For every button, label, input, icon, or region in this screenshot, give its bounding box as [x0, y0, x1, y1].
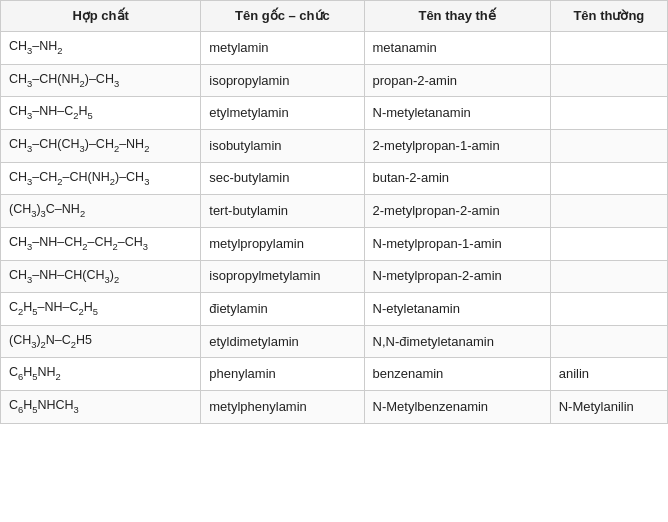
cell-compound: CH3–NH2 — [1, 32, 201, 65]
table-row: CH3–NH2metylaminmetanamin — [1, 32, 668, 65]
cell-goc-chuc: tert-butylamin — [201, 195, 364, 228]
cell-compound: (CH3)3C–NH2 — [1, 195, 201, 228]
table-row: CH3–CH2–CH(NH2)–CH3sec-butylaminbutan-2-… — [1, 162, 668, 195]
cell-goc-chuc: phenylamin — [201, 358, 364, 391]
cell-thay-the: N-metylpropan-1-amin — [364, 227, 550, 260]
amine-table: Hợp chất Tên gốc – chức Tên thay thế Tên… — [0, 0, 668, 424]
cell-goc-chuc: đietylamin — [201, 293, 364, 326]
table-header-row: Hợp chất Tên gốc – chức Tên thay thế Tên… — [1, 1, 668, 32]
cell-thay-the: propan-2-amin — [364, 64, 550, 97]
table-row: CH3–NH–CH(CH3)2isopropylmetylaminN-metyl… — [1, 260, 668, 293]
table-row: C2H5–NH–C2H5đietylaminN-etyletanamin — [1, 293, 668, 326]
cell-thuong — [550, 162, 667, 195]
cell-goc-chuc: etylmetylamin — [201, 97, 364, 130]
cell-thay-the: N,N-đimetyletanamin — [364, 325, 550, 358]
cell-thuong — [550, 32, 667, 65]
cell-goc-chuc: metylphenylamin — [201, 391, 364, 424]
cell-thuong — [550, 325, 667, 358]
cell-thay-the: 2-metylpropan-1-amin — [364, 130, 550, 163]
col-header-thay-the: Tên thay thế — [364, 1, 550, 32]
cell-thay-the: 2-metylpropan-2-amin — [364, 195, 550, 228]
cell-thuong — [550, 64, 667, 97]
cell-goc-chuc: isobutylamin — [201, 130, 364, 163]
cell-thay-the: N-etyletanamin — [364, 293, 550, 326]
cell-compound: CH3–NH–CH2–CH2–CH3 — [1, 227, 201, 260]
cell-goc-chuc: metylamin — [201, 32, 364, 65]
table-row: C6H5NHCH3metylphenylaminN-Metylbenzenami… — [1, 391, 668, 424]
cell-thay-the: metanamin — [364, 32, 550, 65]
table-row: (CH3)2N–C2H5etyldimetylaminN,N-đimetylet… — [1, 325, 668, 358]
cell-goc-chuc: etyldimetylamin — [201, 325, 364, 358]
cell-compound: CH3–NH–CH(CH3)2 — [1, 260, 201, 293]
cell-thay-the: N-metyletanamin — [364, 97, 550, 130]
cell-thay-the: benzenamin — [364, 358, 550, 391]
cell-compound: C2H5–NH–C2H5 — [1, 293, 201, 326]
cell-compound: C6H5NHCH3 — [1, 391, 201, 424]
cell-compound: CH3–CH(NH2)–CH3 — [1, 64, 201, 97]
table-row: CH3–NH–CH2–CH2–CH3metylpropylaminN-metyl… — [1, 227, 668, 260]
cell-goc-chuc: metylpropylamin — [201, 227, 364, 260]
cell-compound: CH3–CH(CH3)–CH2–NH2 — [1, 130, 201, 163]
cell-compound: CH3–NH–C2H5 — [1, 97, 201, 130]
col-header-goc-chuc: Tên gốc – chức — [201, 1, 364, 32]
cell-thay-the: N-metylpropan-2-amin — [364, 260, 550, 293]
cell-compound: CH3–CH2–CH(NH2)–CH3 — [1, 162, 201, 195]
table-row: C6H5NH2phenylaminbenzenaminanilin — [1, 358, 668, 391]
cell-thuong — [550, 195, 667, 228]
cell-thuong — [550, 227, 667, 260]
cell-thuong — [550, 130, 667, 163]
table-row: CH3–CH(NH2)–CH3isopropylaminpropan-2-ami… — [1, 64, 668, 97]
cell-compound: C6H5NH2 — [1, 358, 201, 391]
col-header-thuong: Tên thường — [550, 1, 667, 32]
cell-goc-chuc: sec-butylamin — [201, 162, 364, 195]
cell-goc-chuc: isopropylmetylamin — [201, 260, 364, 293]
cell-thay-the: N-Metylbenzenamin — [364, 391, 550, 424]
cell-thuong — [550, 97, 667, 130]
cell-compound: (CH3)2N–C2H5 — [1, 325, 201, 358]
cell-thuong: N-Metylanilin — [550, 391, 667, 424]
table-row: CH3–CH(CH3)–CH2–NH2isobutylamin2-metylpr… — [1, 130, 668, 163]
col-header-compound: Hợp chất — [1, 1, 201, 32]
cell-thuong — [550, 293, 667, 326]
table-row: (CH3)3C–NH2tert-butylamin2-metylpropan-2… — [1, 195, 668, 228]
table-row: CH3–NH–C2H5etylmetylaminN-metyletanamin — [1, 97, 668, 130]
cell-goc-chuc: isopropylamin — [201, 64, 364, 97]
cell-thuong — [550, 260, 667, 293]
cell-thuong: anilin — [550, 358, 667, 391]
cell-thay-the: butan-2-amin — [364, 162, 550, 195]
